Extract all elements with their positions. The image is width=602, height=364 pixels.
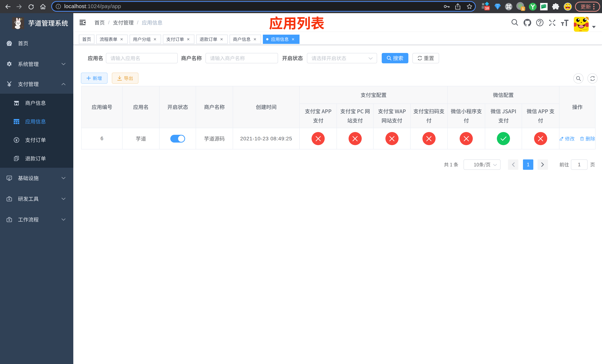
svg-text:1: 1: [522, 7, 524, 11]
svg-text:10: 10: [485, 6, 489, 10]
